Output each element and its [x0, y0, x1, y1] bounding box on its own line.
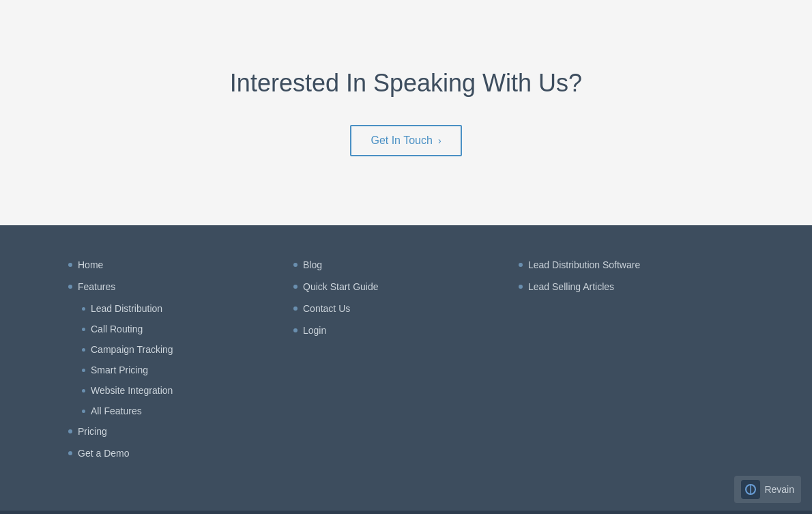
bullet-icon [519, 263, 523, 267]
footer-link-pricing[interactable]: Pricing [78, 426, 107, 437]
hero-title: Interested In Speaking With Us? [230, 69, 582, 98]
bullet-icon [68, 263, 72, 267]
list-item: Lead Selling Articles [519, 281, 744, 292]
footer-link-login[interactable]: Login [303, 325, 326, 336]
footer-nav-list-2: Blog Quick Start Guide Contact Us Login [293, 259, 519, 336]
footer-col-1: Home Features Lead Distribution Call Rou… [68, 259, 293, 470]
list-item: Lead Distribution Software [519, 259, 744, 270]
list-item: All Features [82, 405, 293, 416]
list-item: Smart Pricing [82, 365, 293, 375]
revain-badge: Revain [734, 476, 801, 503]
revain-icon [741, 480, 760, 499]
list-item: Features [68, 281, 293, 292]
footer-link-home[interactable]: Home [78, 259, 103, 270]
list-item: Login [293, 325, 519, 336]
bullet-icon [293, 285, 298, 289]
bullet-icon [68, 451, 72, 455]
list-item: Lead Distribution [82, 303, 293, 314]
footer-link-website-integration[interactable]: Website Integration [91, 385, 173, 396]
footer-link-smart-pricing[interactable]: Smart Pricing [91, 365, 148, 375]
get-in-touch-label: Get In Touch [371, 134, 432, 147]
bullet-small-icon [82, 369, 85, 372]
footer-sub-list: Lead Distribution Call Routing Campaign … [68, 303, 293, 416]
footer-bottom: Sitemap [0, 511, 812, 514]
bullet-icon [293, 306, 298, 311]
chevron-right-icon: › [438, 135, 441, 146]
footer-link-lead-distribution[interactable]: Lead Distribution [91, 303, 162, 314]
footer-col-2: Blog Quick Start Guide Contact Us Login [293, 259, 519, 470]
footer-link-lead-selling[interactable]: Lead Selling Articles [528, 281, 614, 292]
bullet-small-icon [82, 307, 85, 311]
footer-link-blog[interactable]: Blog [303, 259, 322, 270]
footer-nav-list: Home Features Lead Distribution Call Rou… [68, 259, 293, 459]
list-item: Campaign Tracking [82, 344, 293, 355]
footer-link-quick-start[interactable]: Quick Start Guide [303, 281, 379, 292]
bullet-small-icon [82, 348, 85, 352]
get-in-touch-button[interactable]: Get In Touch › [350, 125, 461, 156]
bullet-small-icon [82, 389, 85, 392]
footer-link-features[interactable]: Features [78, 281, 115, 292]
footer-nav-list-3: Lead Distribution Software Lead Selling … [519, 259, 744, 292]
list-item: Call Routing [82, 324, 293, 334]
bullet-icon [68, 429, 72, 433]
revain-label: Revain [764, 484, 794, 495]
bullet-icon [519, 285, 523, 289]
hero-section: Interested In Speaking With Us? Get In T… [0, 0, 812, 225]
list-item: Blog [293, 259, 519, 270]
bullet-icon [293, 263, 298, 267]
footer-link-all-features[interactable]: All Features [91, 405, 142, 416]
footer-columns: Home Features Lead Distribution Call Rou… [68, 259, 744, 470]
footer-col-3: Lead Distribution Software Lead Selling … [519, 259, 744, 470]
list-item: Get a Demo [68, 448, 293, 459]
footer-link-contact-us[interactable]: Contact Us [303, 303, 350, 314]
bullet-small-icon [82, 328, 85, 331]
list-item: Home [68, 259, 293, 270]
bullet-icon [293, 328, 298, 332]
bullet-icon [68, 285, 72, 289]
footer-link-call-routing[interactable]: Call Routing [91, 324, 143, 334]
footer-link-get-demo[interactable]: Get a Demo [78, 448, 129, 459]
footer-link-lead-dist-software[interactable]: Lead Distribution Software [528, 259, 640, 270]
list-item: Quick Start Guide [293, 281, 519, 292]
bullet-small-icon [82, 410, 85, 413]
footer: Home Features Lead Distribution Call Rou… [0, 225, 812, 511]
footer-link-campaign-tracking[interactable]: Campaign Tracking [91, 344, 173, 355]
list-item: Website Integration [82, 385, 293, 396]
list-item: Pricing [68, 426, 293, 437]
list-item: Contact Us [293, 303, 519, 314]
